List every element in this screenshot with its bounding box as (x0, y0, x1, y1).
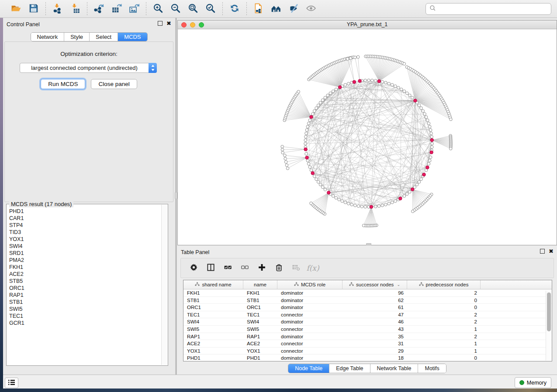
network-node[interactable] (430, 135, 433, 138)
tab-style[interactable]: Style (64, 33, 90, 41)
network-node[interactable] (319, 101, 322, 104)
network-node[interactable] (306, 159, 309, 162)
control-panel-close-icon[interactable]: ✖ (166, 21, 171, 26)
network-node[interactable] (326, 94, 329, 97)
network-node[interactable] (354, 204, 357, 207)
network-hub-node[interactable] (398, 197, 402, 200)
network-node[interactable] (335, 88, 338, 91)
run-mcds-button[interactable]: Run MCDS (41, 79, 85, 89)
network-node[interactable] (338, 198, 341, 201)
network-node[interactable] (356, 55, 360, 58)
export-table-button[interactable] (109, 2, 124, 16)
network-canvas[interactable] (178, 29, 557, 245)
new-network-from-selection-button[interactable] (251, 2, 266, 16)
column-header-successor-nodes[interactable]: successor nodes⌄ (343, 280, 407, 289)
table-scrollbar-thumb[interactable] (547, 292, 551, 331)
network-hub-node[interactable] (411, 188, 414, 191)
mcds-result-item[interactable]: SRD1 (9, 250, 161, 257)
mcds-result-item[interactable]: RAP1 (9, 292, 161, 299)
network-node[interactable] (321, 186, 324, 189)
first-neighbors-button[interactable] (269, 2, 284, 16)
network-node[interactable] (387, 202, 391, 205)
network-node[interactable] (284, 154, 287, 157)
network-hub-node[interactable] (305, 156, 309, 159)
network-node[interactable] (317, 104, 320, 107)
network-node[interactable] (449, 147, 452, 150)
column-header-name[interactable]: name (243, 280, 277, 289)
network-node[interactable] (313, 175, 316, 178)
import-network-button[interactable] (50, 2, 65, 16)
mcds-result-item[interactable]: STB5 (9, 278, 161, 285)
network-node[interactable] (335, 196, 338, 199)
network-node[interactable] (427, 162, 430, 165)
network-node[interactable] (357, 205, 360, 208)
save-session-button[interactable] (26, 2, 41, 16)
search-input[interactable] (438, 6, 547, 12)
network-node[interactable] (332, 195, 335, 198)
network-node[interactable] (284, 157, 287, 160)
network-node[interactable] (286, 167, 289, 170)
network-hub-node[interactable] (426, 166, 429, 169)
network-node[interactable] (360, 205, 363, 208)
network-node[interactable] (281, 148, 284, 151)
network-node[interactable] (332, 90, 335, 93)
network-node[interactable] (349, 57, 352, 60)
mcds-result-scrollbar[interactable] (161, 205, 167, 365)
network-hub-node[interactable] (353, 80, 356, 84)
network-node[interactable] (344, 83, 347, 86)
network-node[interactable] (281, 145, 284, 148)
network-node[interactable] (315, 107, 318, 110)
network-node[interactable] (307, 162, 310, 165)
mcds-result-item[interactable]: STB1 (9, 299, 161, 306)
network-node[interactable] (284, 161, 287, 164)
tab-network-table[interactable]: Network Table (370, 364, 419, 373)
tab-mcds[interactable]: MCDS (118, 33, 147, 41)
network-node[interactable] (411, 210, 414, 213)
network-node[interactable] (403, 62, 406, 65)
table-row[interactable]: SWI5SWI5connector431 (183, 326, 552, 333)
network-node[interactable] (305, 152, 308, 155)
show-all-button[interactable] (304, 2, 318, 16)
network-node[interactable] (306, 125, 309, 128)
network-node[interactable] (281, 151, 284, 154)
hide-selected-button[interactable] (286, 2, 301, 16)
network-node[interactable] (374, 205, 377, 208)
network-node[interactable] (313, 110, 316, 113)
network-node[interactable] (341, 199, 344, 203)
network-hub-node[interactable] (310, 115, 313, 119)
mcds-result-item[interactable]: SWI4 (9, 243, 161, 250)
network-hub-node[interactable] (370, 205, 373, 209)
network-node[interactable] (350, 203, 353, 206)
table-row[interactable]: YOX1YOX1connector291 (183, 347, 552, 355)
import-table-button[interactable] (68, 2, 83, 16)
network-node[interactable] (347, 82, 350, 85)
network-node[interactable] (429, 129, 432, 132)
table-row[interactable]: FKH1FKH1dominator962 (183, 289, 552, 297)
tab-motifs[interactable]: Motifs (418, 364, 446, 373)
ui-settings-button[interactable] (5, 378, 18, 388)
network-node[interactable] (308, 119, 311, 122)
network-node[interactable] (403, 90, 406, 93)
mcds-result-item[interactable]: PHD1 (9, 208, 161, 215)
maximize-traffic-light[interactable] (199, 22, 204, 28)
control-panel-float-icon[interactable] (158, 21, 163, 26)
network-node[interactable] (374, 79, 377, 83)
network-hub-node[interactable] (430, 138, 434, 142)
horizontal-splitter-handle[interactable] (366, 243, 371, 245)
delete-columns-button[interactable] (272, 261, 285, 275)
network-node[interactable] (308, 165, 311, 168)
close-traffic-light[interactable] (181, 22, 187, 28)
network-node[interactable] (381, 80, 384, 83)
network-node[interactable] (353, 56, 356, 59)
network-hub-node[interactable] (327, 191, 331, 195)
network-node[interactable] (315, 178, 318, 181)
network-node[interactable] (423, 113, 426, 116)
network-node[interactable] (285, 164, 288, 167)
network-node[interactable] (324, 188, 327, 191)
zoom-out-button[interactable] (168, 2, 183, 16)
network-node[interactable] (344, 201, 347, 204)
network-hub-node[interactable] (430, 151, 433, 154)
network-node[interactable] (329, 92, 332, 95)
network-node[interactable] (426, 119, 429, 122)
create-new-column-button[interactable] (255, 261, 268, 275)
